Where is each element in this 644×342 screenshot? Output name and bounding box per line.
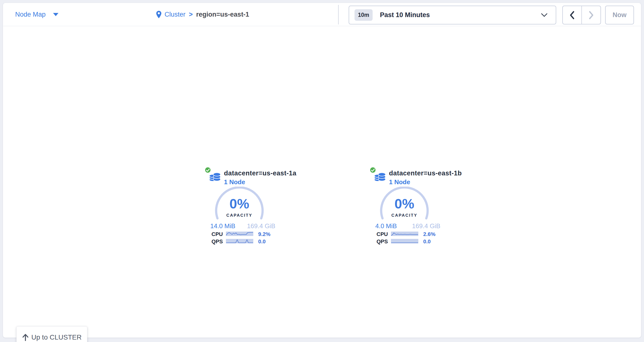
time-range-dropdown[interactable]: 10m Past 10 Minutes <box>349 5 556 24</box>
header-bar: Node Map Cluster > region=us-east-1 10m … <box>3 3 641 26</box>
cpu-label: CPU <box>212 231 223 237</box>
now-button[interactable]: Now <box>605 5 634 24</box>
cpu-value: 9.2% <box>258 231 270 237</box>
cpu-sparkline <box>226 232 253 236</box>
qps-value: 0.0 <box>423 238 431 245</box>
time-prev-button[interactable] <box>563 6 582 24</box>
qps-value: 0.0 <box>258 238 266 245</box>
cpu-value: 2.6% <box>423 231 436 237</box>
capacity-percent: 0% <box>394 197 414 211</box>
location-pin-icon <box>156 10 162 18</box>
breadcrumb-current: region=us-east-1 <box>196 11 249 18</box>
qps-label: QPS <box>212 238 223 245</box>
capacity-used-value: 4.0 MiB <box>375 222 397 230</box>
node-count-label: 1 Node <box>389 178 410 186</box>
capacity-used-value: 14.0 MiB <box>210 222 236 230</box>
header-divider <box>338 5 339 24</box>
node-map-panel: Node Map Cluster > region=us-east-1 10m … <box>3 3 641 338</box>
breadcrumb: Cluster > region=us-east-1 <box>156 3 249 26</box>
datacenter-card-us-east-1b[interactable]: datacenter=us-east-1b 1 Node 0% CAPACITY… <box>370 167 463 248</box>
up-to-cluster-label: Up to CLUSTER <box>31 334 82 341</box>
cpu-sparkline <box>391 232 418 236</box>
capacity-total-value: 169.4 GiB <box>247 222 275 230</box>
capacity-total-value: 169.4 GiB <box>412 222 440 230</box>
qps-sparkline <box>391 239 418 243</box>
datacenter-name: datacenter=us-east-1b <box>389 170 462 177</box>
capacity-caption: CAPACITY <box>392 213 417 218</box>
time-nav-arrows <box>562 5 601 24</box>
arrow-up-icon <box>22 334 29 341</box>
up-to-cluster-button[interactable]: Up to CLUSTER <box>16 326 87 342</box>
time-next-button[interactable] <box>582 6 600 24</box>
caret-down-icon <box>53 13 58 16</box>
capacity-percent: 0% <box>230 197 250 211</box>
cpu-label: CPU <box>376 231 388 237</box>
view-selector-dropdown[interactable]: Node Map <box>15 3 58 26</box>
node-map-canvas: datacenter=us-east-1a 1 Node 0% CAPACITY… <box>3 26 641 338</box>
view-selector-label: Node Map <box>15 11 46 18</box>
breadcrumb-separator: > <box>189 11 193 18</box>
capacity-caption: CAPACITY <box>226 213 252 218</box>
datacenter-card-us-east-1a[interactable]: datacenter=us-east-1a 1 Node 0% CAPACITY… <box>205 167 298 248</box>
qps-sparkline <box>226 239 253 243</box>
chevron-down-icon <box>541 13 548 17</box>
time-range-badge: 10m <box>354 9 372 21</box>
chevron-left-icon <box>569 11 575 19</box>
node-count-label: 1 Node <box>224 178 245 186</box>
qps-label: QPS <box>376 238 388 245</box>
breadcrumb-cluster-link[interactable]: Cluster <box>164 11 186 18</box>
time-range-label: Past 10 Minutes <box>380 11 430 19</box>
chevron-right-icon <box>588 11 594 19</box>
datacenter-name: datacenter=us-east-1a <box>224 170 296 177</box>
healthy-check-icon <box>204 167 211 173</box>
healthy-check-icon <box>370 167 376 173</box>
